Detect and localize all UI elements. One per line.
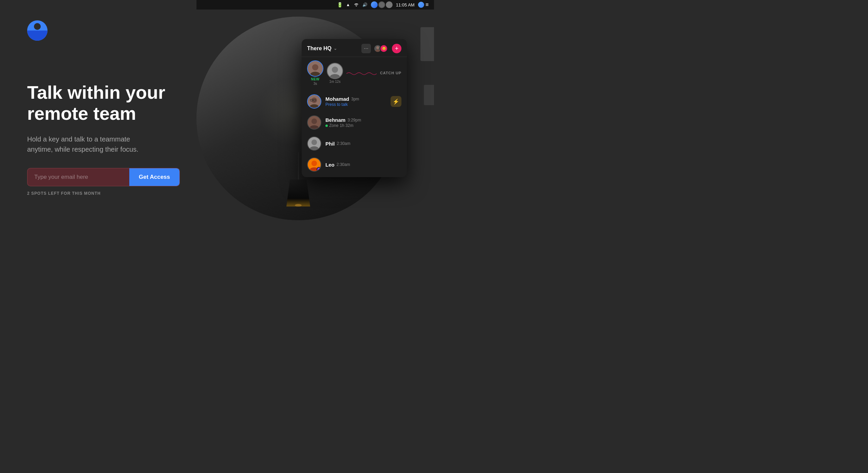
member-status-mohamad: Press to talk (325, 102, 386, 107)
member-avatar-leo: 🌙 (307, 157, 321, 172)
svg-point-0 (376, 46, 379, 49)
popup-title-text: There HQ (307, 45, 332, 52)
member-list: Mohamad 3pm Press to talk ⚡ Behnam (302, 89, 407, 177)
wifi-icon (354, 2, 359, 7)
leo-badge: 🌙 (317, 167, 321, 172)
member-info-phil: Phil 2:30am (325, 141, 401, 147)
svg-point-9 (312, 97, 317, 103)
member-name-behnam: Behnam (325, 117, 345, 123)
member-time-behnam: 3:29pm (347, 118, 361, 122)
zone-label: Zone (329, 123, 338, 128)
more-options-button[interactable]: ··· (361, 44, 371, 53)
add-member-button[interactable]: + (392, 44, 401, 53)
member-row-phil[interactable]: Phil 2:30am (302, 133, 407, 154)
online-user-1: NEW 3s (307, 60, 323, 86)
member-row-leo[interactable]: 🌙 Leo 2:30am (302, 154, 407, 175)
zone-dot-behnam (325, 125, 328, 127)
email-input[interactable] (27, 168, 129, 186)
catch-up-button[interactable]: CATCH UP (380, 71, 401, 75)
member-info-mohamad: Mohamad 3pm Press to talk (325, 96, 386, 107)
member-avatar-mohamad (307, 94, 321, 109)
member-row-mohamad[interactable]: Mohamad 3pm Press to talk ⚡ (302, 91, 407, 112)
svg-point-18 (312, 139, 317, 145)
svg-point-1 (375, 50, 380, 52)
get-access-button[interactable]: Get Access (129, 168, 180, 186)
member-action-mohamad[interactable]: ⚡ (391, 96, 401, 107)
member-avatar-phil (307, 136, 321, 151)
member-info-behnam: Behnam 3:29pm Zone 1h 32m (325, 117, 401, 128)
menubar-time: 11:05 AM (396, 2, 415, 7)
mini-avatar-2: 😊 (380, 44, 388, 53)
menubar-user: ≡ (418, 2, 429, 8)
member-name-leo: Leo (325, 162, 335, 168)
popup-header-actions: ··· 😊 + (361, 44, 401, 53)
popup-header: There HQ ⌄ ··· 😊 + (302, 39, 407, 57)
decorative-light-2 (424, 85, 434, 105)
main-heading: Talk within your remote team (27, 81, 217, 124)
avatar-cluster: 😊 (374, 44, 388, 53)
member-zone-behnam: Zone 1h 32m (325, 123, 401, 128)
mac-menubar: 🔋 ▲ 🔊 11:05 AM ≡ (196, 0, 434, 10)
member-info-leo: Leo 2:30am (325, 162, 401, 168)
battery-icon: 🔋 (337, 2, 343, 7)
online-user-2: 1m 12s (327, 63, 343, 83)
app-icon-2 (378, 1, 385, 8)
sound-icon: 🔊 (362, 2, 367, 7)
member-avatar-behnam (307, 115, 321, 130)
sub-heading: Hold a key and talk to a teammateanytime… (27, 134, 217, 154)
spots-remaining: 2 SPOTS LEFT FOR THIS MONTH (27, 191, 217, 196)
volume-icon: ▲ (346, 2, 350, 7)
popup-title-area: There HQ ⌄ (307, 45, 337, 52)
zone-time: 1h 32m (340, 123, 353, 128)
online-status-bar: NEW 3s 1m 12s CATCH UP (302, 57, 407, 89)
member-name-mohamad: Mohamad (325, 96, 349, 102)
wave-decoration (346, 70, 377, 76)
email-form: Get Access (27, 168, 180, 186)
decorative-light-1 (420, 27, 434, 61)
app-icon-3 (386, 1, 393, 8)
svg-point-15 (312, 118, 317, 124)
member-time-leo: 2:30am (337, 162, 350, 167)
popup-chevron-icon: ⌄ (334, 46, 337, 51)
member-row-behnam[interactable]: Behnam 3:29pm Zone 1h 32m (302, 112, 407, 133)
app-logo (27, 20, 48, 41)
member-name-phil: Phil (325, 141, 335, 147)
svg-point-21 (312, 160, 317, 166)
svg-point-3 (312, 64, 318, 70)
member-time-phil: 2:30am (337, 141, 351, 146)
app-icon-1 (371, 1, 378, 8)
hero-section: Talk within your remote team Hold a key … (27, 41, 217, 195)
svg-point-6 (332, 67, 338, 73)
app-popup: There HQ ⌄ ··· 😊 + (302, 39, 407, 177)
member-time-mohamad: 3pm (351, 97, 359, 101)
